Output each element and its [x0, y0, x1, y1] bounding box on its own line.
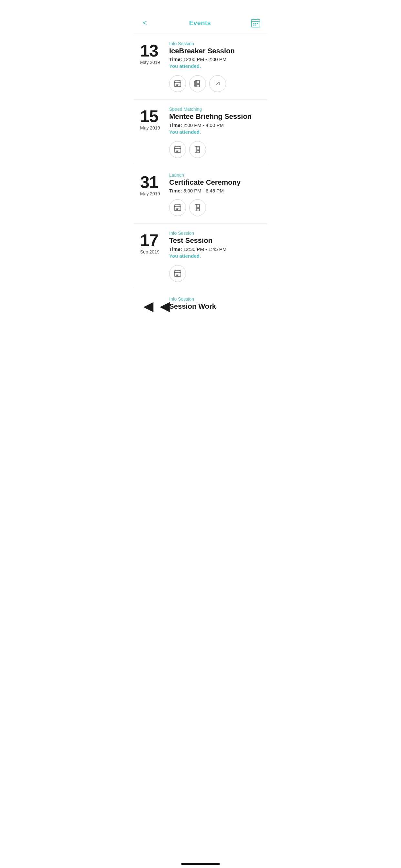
svg-point-33 — [177, 151, 178, 152]
svg-line-24 — [216, 82, 219, 85]
event-time: Time: 5:00 PM - 6:45 PM — [169, 188, 261, 193]
event-day: 17 — [140, 232, 158, 249]
event-date: 31 May 2019 — [140, 173, 169, 196]
external-link-button[interactable] — [209, 75, 226, 92]
event-attended-badge: You attended. — [169, 129, 261, 135]
event-details: Info Session IceBreaker Session Time: 12… — [169, 41, 261, 92]
svg-point-15 — [179, 84, 179, 85]
event-day: 31 — [140, 174, 158, 190]
event-actions — [169, 75, 261, 92]
event-actions — [169, 265, 261, 282]
calendar-icon[interactable] — [251, 18, 261, 28]
svg-point-60 — [176, 275, 177, 276]
event-month-year: Sep 2019 — [140, 249, 159, 254]
page-title: Events — [189, 20, 211, 27]
svg-rect-4 — [253, 23, 254, 24]
notebook-button[interactable] — [189, 75, 206, 92]
event-item: 31 May 2019 Launch Certificate Ceremony … — [134, 165, 267, 223]
svg-rect-8 — [255, 25, 256, 26]
event-actions — [169, 199, 261, 216]
svg-point-47 — [177, 209, 178, 210]
event-category: Info Session — [169, 41, 261, 46]
event-category: Info Session — [169, 230, 261, 236]
event-attended-badge: You attended. — [169, 63, 261, 69]
svg-rect-7 — [253, 25, 254, 26]
svg-point-14 — [177, 84, 178, 85]
event-item: 15 May 2019 Speed Matching Mentee Briefi… — [134, 99, 267, 165]
event-attended-badge: You attended. — [169, 253, 261, 259]
event-title: IceBreaker Session — [169, 47, 261, 55]
event-title: Test Session — [169, 237, 261, 245]
event-title: Session Work — [169, 302, 261, 311]
event-title: Mentee Briefing Session — [169, 113, 261, 121]
event-day: 13 — [140, 42, 158, 59]
svg-point-32 — [176, 151, 177, 152]
event-date: ◄◄ — [140, 297, 169, 314]
event-details: Launch Certificate Ceremony Time: 5:00 P… — [169, 173, 261, 216]
svg-rect-48 — [195, 205, 199, 211]
svg-point-61 — [177, 275, 178, 276]
event-date: 17 Sep 2019 — [140, 230, 169, 254]
svg-point-31 — [179, 150, 179, 151]
notebook-button[interactable] — [189, 141, 206, 158]
svg-point-58 — [177, 274, 178, 275]
svg-point-59 — [179, 274, 179, 275]
event-item-partial: ◄◄ Info Session Session Work — [134, 289, 267, 318]
add-to-calendar-button[interactable] — [169, 75, 186, 92]
add-to-calendar-button[interactable] — [169, 265, 186, 282]
event-details: Info Session Session Work — [169, 297, 261, 312]
event-time: Time: 12:30 PM - 1:45 PM — [169, 246, 261, 252]
event-details: Info Session Test Session Time: 12:30 PM… — [169, 230, 261, 282]
add-to-calendar-button[interactable] — [169, 199, 186, 216]
svg-point-45 — [179, 208, 179, 209]
event-date: 15 May 2019 — [140, 106, 169, 130]
svg-rect-5 — [255, 23, 256, 24]
event-month-year: May 2019 — [140, 191, 160, 196]
event-month-year: May 2019 — [140, 60, 160, 65]
event-item: 13 May 2019 Info Session IceBreaker Sess… — [134, 34, 267, 99]
event-item: 17 Sep 2019 Info Session Test Session Ti… — [134, 223, 267, 289]
event-title: Certificate Ceremony — [169, 178, 261, 187]
svg-rect-34 — [195, 146, 199, 153]
svg-point-17 — [177, 85, 178, 86]
svg-point-46 — [176, 209, 177, 210]
event-category: Speed Matching — [169, 106, 261, 112]
header: < Events — [134, 0, 267, 34]
event-month-year: May 2019 — [140, 125, 160, 130]
svg-rect-6 — [257, 23, 258, 24]
event-date: 13 May 2019 — [140, 41, 169, 65]
notebook-button[interactable] — [189, 199, 206, 216]
svg-point-30 — [177, 150, 178, 151]
add-to-calendar-button[interactable] — [169, 141, 186, 158]
svg-point-16 — [176, 85, 177, 86]
event-category: Info Session — [169, 297, 261, 302]
event-time: Time: 12:00 PM - 2:00 PM — [169, 57, 261, 62]
back-button[interactable]: < — [140, 18, 150, 28]
event-details: Speed Matching Mentee Briefing Session T… — [169, 106, 261, 158]
event-day: ◄◄ — [140, 298, 173, 314]
event-day: 15 — [140, 108, 158, 125]
svg-point-57 — [176, 274, 177, 275]
event-time: Time: 2:00 PM - 4:00 PM — [169, 122, 261, 128]
svg-point-13 — [176, 84, 177, 85]
svg-point-43 — [176, 208, 177, 209]
svg-point-29 — [176, 150, 177, 151]
event-category: Launch — [169, 173, 261, 178]
event-actions — [169, 141, 261, 158]
svg-point-44 — [177, 208, 178, 209]
